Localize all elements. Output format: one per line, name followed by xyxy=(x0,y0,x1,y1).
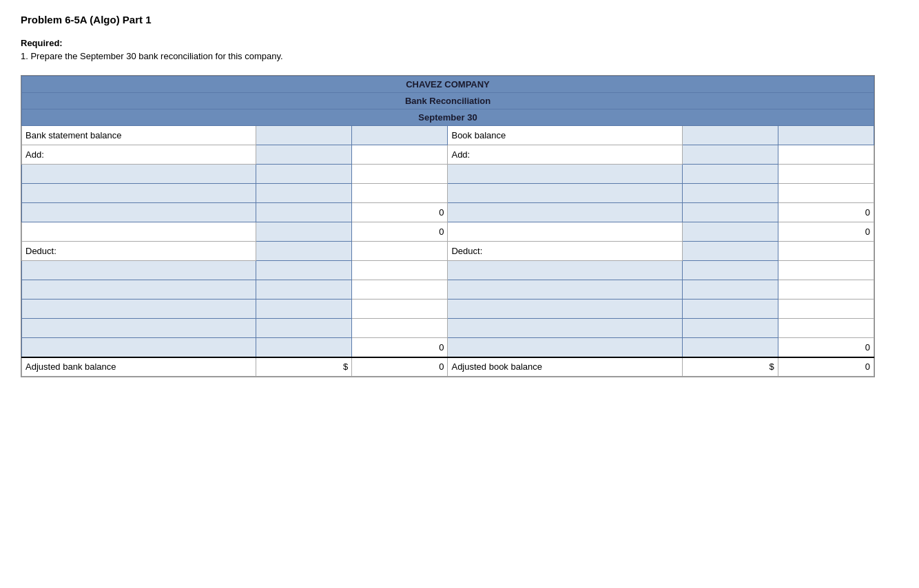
balance-row: Bank statement balance Book balance xyxy=(22,126,874,145)
bank-deduct-item1-total xyxy=(352,261,448,280)
bank-add-total-input[interactable] xyxy=(256,222,352,242)
book-deduct-item1-val[interactable] xyxy=(682,261,778,280)
bank-deduct-label: Deduct: xyxy=(22,242,256,261)
adjusted-bank-balance-value: 0 xyxy=(352,357,448,377)
deduct-item-row-2 xyxy=(22,280,874,300)
bank-add-empty-2 xyxy=(352,145,448,165)
bank-deduct-item1-val[interactable] xyxy=(256,261,352,280)
deduct-subtotal-row: 0 0 xyxy=(22,338,874,357)
bank-deduct-item4-total xyxy=(352,319,448,338)
book-add-item3-val[interactable] xyxy=(682,203,778,222)
bank-deduct-item4-val[interactable] xyxy=(256,319,352,338)
book-deduct-item4-label[interactable] xyxy=(448,319,682,338)
adjusted-book-balance-value: 0 xyxy=(778,357,874,377)
book-deduct-subtotal-label[interactable] xyxy=(448,338,682,357)
report-date: September 30 xyxy=(22,109,874,126)
book-deduct-subtotal: 0 xyxy=(778,338,874,357)
add-row: Add: Add: xyxy=(22,145,874,165)
bank-deduct-empty-2 xyxy=(352,242,448,261)
add-subtotal-row: 0 0 xyxy=(22,203,874,222)
book-add-blank xyxy=(448,222,682,242)
bank-deduct-subtotal: 0 xyxy=(352,338,448,357)
book-deduct-item3-total xyxy=(778,300,874,319)
bank-deduct-item2-total xyxy=(352,280,448,300)
book-add-empty-1[interactable] xyxy=(682,145,778,165)
add-item-row-1 xyxy=(22,165,874,184)
book-balance-input-2[interactable] xyxy=(778,126,874,145)
book-add-item2-total xyxy=(778,184,874,203)
report-title: Bank Reconciliation xyxy=(22,93,874,109)
bank-add-label: Add: xyxy=(22,145,256,165)
bank-add-empty-1[interactable] xyxy=(256,145,352,165)
bank-dollar-sign: $ xyxy=(256,357,352,377)
deduct-item-row-4 xyxy=(22,319,874,338)
book-balance-input-1[interactable] xyxy=(682,126,778,145)
bank-statement-balance-label: Bank statement balance xyxy=(22,126,256,145)
book-balance-label: Book balance xyxy=(448,126,682,145)
add-item-row-2 xyxy=(22,184,874,203)
bank-deduct-item3-total xyxy=(352,300,448,319)
book-deduct-empty-2 xyxy=(778,242,874,261)
book-add-item1-val[interactable] xyxy=(682,165,778,184)
bank-deduct-empty-1[interactable] xyxy=(256,242,352,261)
bank-add-item1-label[interactable] xyxy=(22,165,256,184)
book-deduct-item3-label[interactable] xyxy=(448,300,682,319)
bank-add-item1-total xyxy=(352,165,448,184)
adjusted-balance-row: Adjusted bank balance $ 0 Adjusted book … xyxy=(22,357,874,377)
bank-add-item2-val[interactable] xyxy=(256,184,352,203)
bank-balance-input-2[interactable] xyxy=(352,126,448,145)
book-deduct-subtotal-input[interactable] xyxy=(682,338,778,357)
bank-add-item2-label[interactable] xyxy=(22,184,256,203)
book-deduct-item2-val[interactable] xyxy=(682,280,778,300)
bank-add-item3-label[interactable] xyxy=(22,203,256,222)
bank-add-blank xyxy=(22,222,256,242)
book-add-total: 0 xyxy=(778,222,874,242)
book-deduct-item2-total xyxy=(778,280,874,300)
deduct-row: Deduct: Deduct: xyxy=(22,242,874,261)
bank-deduct-item2-val[interactable] xyxy=(256,280,352,300)
book-add-item3-label[interactable] xyxy=(448,203,682,222)
bank-add-item2-total xyxy=(352,184,448,203)
book-add-total-input[interactable] xyxy=(682,222,778,242)
book-add-empty-2 xyxy=(778,145,874,165)
problem-title: Problem 6-5A (Algo) Part 1 xyxy=(21,14,898,25)
bank-deduct-subtotal-input[interactable] xyxy=(256,338,352,357)
header-row-3: September 30 xyxy=(22,109,874,126)
book-add-item1-label[interactable] xyxy=(448,165,682,184)
deduct-item-row-1 xyxy=(22,261,874,280)
add-total-row: 0 0 xyxy=(22,222,874,242)
book-deduct-item3-val[interactable] xyxy=(682,300,778,319)
bank-balance-input-1[interactable] xyxy=(256,126,352,145)
header-row-2: Bank Reconciliation xyxy=(22,93,874,109)
bank-deduct-item4-label[interactable] xyxy=(22,319,256,338)
bank-deduct-item1-label[interactable] xyxy=(22,261,256,280)
reconciliation-table: CHAVEZ COMPANY Bank Reconciliation Septe… xyxy=(21,75,875,377)
book-add-item1-total xyxy=(778,165,874,184)
required-label: Required: xyxy=(21,38,898,48)
book-add-subtotal: 0 xyxy=(778,203,874,222)
book-deduct-empty-1[interactable] xyxy=(682,242,778,261)
book-dollar-sign: $ xyxy=(682,357,778,377)
book-deduct-item2-label[interactable] xyxy=(448,280,682,300)
book-deduct-item4-total xyxy=(778,319,874,338)
bank-deduct-item3-label[interactable] xyxy=(22,300,256,319)
instruction: 1. Prepare the September 30 bank reconci… xyxy=(21,51,898,61)
book-add-item2-label[interactable] xyxy=(448,184,682,203)
book-deduct-item4-val[interactable] xyxy=(682,319,778,338)
adjusted-bank-balance-label: Adjusted bank balance xyxy=(22,357,256,377)
book-deduct-item1-total xyxy=(778,261,874,280)
bank-add-item1-val[interactable] xyxy=(256,165,352,184)
bank-deduct-item3-val[interactable] xyxy=(256,300,352,319)
book-deduct-label: Deduct: xyxy=(448,242,682,261)
bank-add-item3-val[interactable] xyxy=(256,203,352,222)
header-row-1: CHAVEZ COMPANY xyxy=(22,76,874,93)
book-add-label: Add: xyxy=(448,145,682,165)
book-add-item2-val[interactable] xyxy=(682,184,778,203)
bank-deduct-subtotal-label[interactable] xyxy=(22,338,256,357)
bank-deduct-item2-label[interactable] xyxy=(22,280,256,300)
book-deduct-item1-label[interactable] xyxy=(448,261,682,280)
bank-add-total: 0 xyxy=(352,222,448,242)
company-name: CHAVEZ COMPANY xyxy=(22,76,874,93)
bank-add-subtotal: 0 xyxy=(352,203,448,222)
deduct-item-row-3 xyxy=(22,300,874,319)
